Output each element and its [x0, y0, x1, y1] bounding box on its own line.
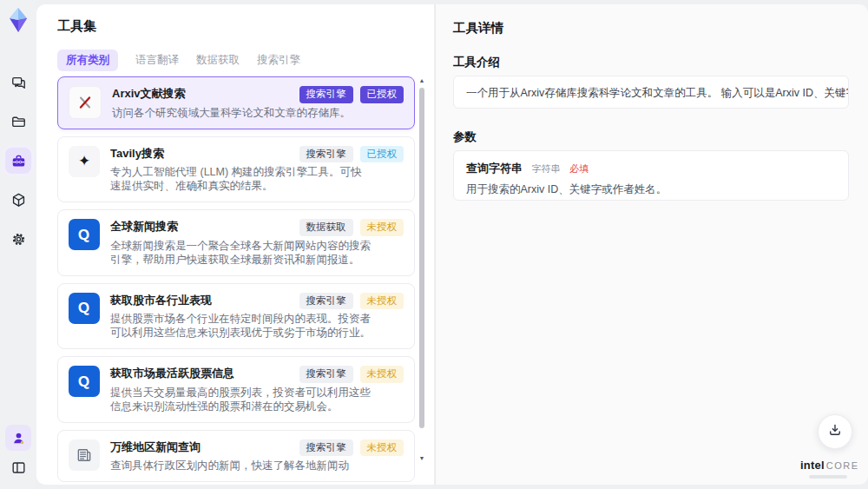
category-tab[interactable]: 所有类别: [57, 50, 118, 71]
category-badge: 搜索引擎: [299, 366, 353, 383]
tool-name: Arxiv文献搜索: [112, 86, 186, 101]
category-tabs: 所有类别语言翻译数据获取搜索引擎: [57, 50, 300, 71]
tool-card[interactable]: Arxiv文献搜索搜索引擎已授权访问各个研究领域大量科学论文和文章的存储库。: [57, 76, 415, 129]
tool-description: 查询具体行政区划内的新闻，快速了解各地新闻动: [110, 459, 371, 472]
scroll-up-icon[interactable]: ▲: [418, 77, 425, 84]
intel-brand-text: intel: [800, 459, 825, 472]
parameter-card: 查询字符串 字符串 必填 用于搜索的Arxiv ID、关键字或作者姓名。: [453, 150, 849, 201]
category-badge: 搜索引擎: [299, 439, 353, 457]
tool-name: Tavily搜索: [110, 146, 164, 161]
sidebar-item-chat[interactable]: [5, 69, 31, 96]
detail-title: 工具详情: [453, 20, 503, 36]
category-tab[interactable]: 数据获取: [196, 50, 240, 71]
newspaper-icon: [69, 439, 100, 471]
tool-description: 提供股票市场各个行业在特定时间段内的表现。投资者可以利用这些信息来识别表现优于或…: [110, 312, 371, 340]
category-badge: 搜索引擎: [299, 146, 353, 163]
category-tab[interactable]: 语言翻译: [135, 50, 179, 71]
chat-icon: [10, 75, 27, 91]
download-button[interactable]: [818, 414, 852, 449]
news-q-icon: Q: [69, 219, 100, 250]
sidebar-item-account[interactable]: [5, 425, 31, 451]
auth-status-badge: 未授权: [360, 219, 404, 236]
params-heading: 参数: [453, 129, 477, 145]
parameter-name: 查询字符串: [466, 162, 523, 175]
tool-name: 获取股市各行业表现: [110, 293, 212, 307]
sidebar-nav: [0, 69, 36, 252]
cube-icon: [10, 192, 27, 208]
tool-card[interactable]: Q获取市场最活跃股票信息搜索引擎未授权提供当天交易量最高的股票列表，投资者可以利…: [57, 356, 415, 423]
app-root: 工具集 所有类别语言翻译数据获取搜索引擎 Arxiv文献搜索搜索引擎已授权访问各…: [0, 0, 868, 489]
tool-detail-panel: 工具详情 工具介绍 一个用于从Arxiv存储库搜索科学论文和文章的工具。 输入可…: [435, 4, 868, 485]
tavily-star-icon: ✦: [69, 146, 100, 177]
core-brand-text: CORE: [826, 460, 859, 471]
sidebar-item-files[interactable]: [5, 109, 31, 135]
category-tab[interactable]: 搜索引擎: [257, 50, 300, 71]
tool-description: 提供当天交易量最高的股票列表，投资者可以利用这些信息来识别流动性强的股票和潜在的…: [110, 386, 371, 413]
auth-status-badge: 已授权: [360, 146, 404, 163]
tool-description: 访问各个研究领域大量科学论文和文章的存储库。: [112, 106, 372, 120]
tool-description: 专为人工智能代理 (LLM) 构建的搜索引擎工具。可快速提供实时、准确和真实的结…: [110, 165, 371, 193]
news-q-icon: Q: [69, 366, 100, 397]
page-title: 工具集: [57, 18, 96, 35]
list-scrollbar: ▲ ▼: [418, 77, 425, 462]
auth-status-badge: 未授权: [360, 366, 404, 383]
tools-list-panel: 工具集 所有类别语言翻译数据获取搜索引擎 Arxiv文献搜索搜索引擎已授权访问各…: [36, 4, 434, 485]
tool-card[interactable]: Q获取股市各行业表现搜索引擎未授权提供股票市场各个行业在特定时间段内的表现。投资…: [57, 283, 415, 350]
intel-core-logo: intelCORE: [800, 457, 856, 479]
panel-toggle-icon: [10, 459, 27, 476]
scroll-down-icon[interactable]: ▼: [418, 455, 425, 462]
tool-card[interactable]: ✦Tavily搜索搜索引擎已授权专为人工智能代理 (LLM) 构建的搜索引擎工具…: [57, 136, 415, 203]
auth-status-badge: 未授权: [360, 439, 404, 457]
tool-name: 获取市场最活跃股票信息: [110, 366, 234, 380]
tool-intro-text: 一个用于从Arxiv存储库搜索科学论文和文章的工具。 输入可以是Arxiv ID…: [453, 76, 849, 109]
user-icon: [10, 430, 27, 446]
intel-sub-mark: [809, 475, 847, 479]
tool-list: Arxiv文献搜索搜索引擎已授权访问各个研究领域大量科学论文和文章的存储库。✦T…: [57, 76, 415, 485]
left-sidebar: [0, 0, 36, 489]
parameter-required-badge: 必填: [569, 163, 589, 174]
folder-icon: [10, 114, 27, 130]
gear-icon: [10, 231, 27, 248]
auth-status-badge: 未授权: [360, 293, 404, 310]
auth-status-badge: 已授权: [360, 86, 404, 103]
sidebar-item-collapse[interactable]: [5, 454, 31, 480]
parameter-head: 查询字符串 字符串 必填: [466, 160, 836, 176]
intro-heading: 工具介绍: [453, 55, 500, 70]
category-badge: 搜索引擎: [299, 86, 353, 103]
download-icon: [827, 422, 843, 441]
sidebar-bottom: [0, 425, 36, 480]
sidebar-item-tools[interactable]: [5, 148, 31, 174]
scrollbar-thumb[interactable]: [419, 88, 424, 428]
news-q-icon: Q: [69, 293, 100, 324]
sidebar-item-plugins[interactable]: [5, 187, 31, 213]
category-badge: 搜索引擎: [299, 293, 353, 310]
sidebar-item-settings[interactable]: [5, 226, 31, 252]
tool-card[interactable]: 万维地区新闻查询搜索引擎未授权查询具体行政区划内的新闻，快速了解各地新闻动: [57, 430, 415, 483]
tool-name: 全球新闻搜索: [110, 219, 178, 234]
tool-name: 万维地区新闻查询: [110, 439, 201, 454]
app-logo-icon: [6, 7, 30, 33]
parameter-type: 字符串: [531, 163, 560, 174]
tool-card[interactable]: Q全球新闻搜索数据获取未授权全球新闻搜索是一个聚合全球各大新闻网站内容的搜索引擎…: [57, 209, 415, 276]
parameter-description: 用于搜索的Arxiv ID、关键字或作者姓名。: [466, 182, 836, 197]
arxiv-logo-icon: [69, 86, 102, 119]
category-badge: 数据获取: [299, 219, 353, 236]
tool-description: 全球新闻搜索是一个聚合全球各大新闻网站内容的搜索引擎，帮助用户快速获取全球最新资…: [110, 239, 371, 267]
toolbox-icon: [10, 153, 27, 169]
